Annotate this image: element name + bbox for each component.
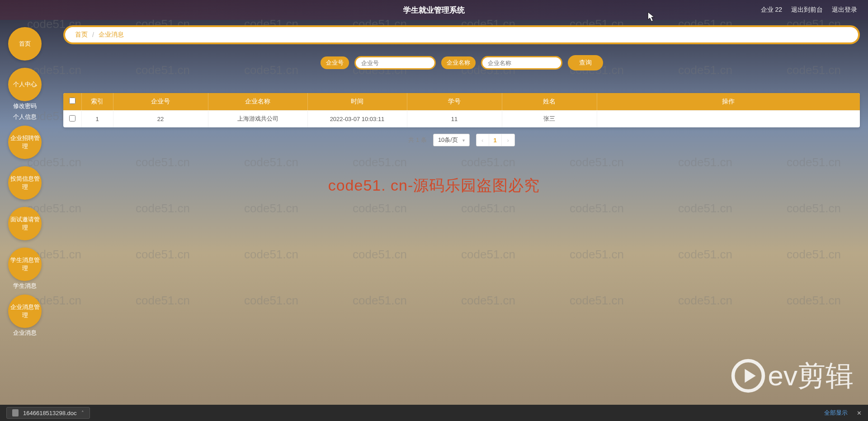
breadcrumb: 首页 / 企业消息 xyxy=(63,25,860,44)
wm: code51.cn xyxy=(787,294,841,308)
brand-logo: ev剪辑 xyxy=(731,357,854,395)
cell-time: 2022-03-07 10:03:11 xyxy=(307,110,407,127)
logout-link[interactable]: 退出登录 xyxy=(832,6,857,14)
select-all-checkbox[interactable] xyxy=(69,98,75,104)
wm: code51.cn xyxy=(136,201,190,215)
sidebar-item-company-msg-mgmt[interactable]: 企业消息管理 xyxy=(8,295,42,328)
pagination-summary: 共 1 条 xyxy=(408,136,426,144)
search-row: 企业号 企业名称 查询 xyxy=(63,55,860,70)
exit-to-front-link[interactable]: 退出到前台 xyxy=(791,6,823,14)
breadcrumb-separator: / xyxy=(92,31,94,38)
svg-point-0 xyxy=(733,361,763,391)
col-action: 操作 xyxy=(597,93,860,110)
sidebar-subitem-personal-info[interactable]: 个人信息 xyxy=(8,113,42,121)
sidebar-label: 面试邀请管理 xyxy=(8,215,42,232)
wm: code51.cn xyxy=(461,201,515,215)
sidebar-item-recruit[interactable]: 企业招聘管理 xyxy=(8,126,42,159)
wm: code51.cn xyxy=(461,248,515,262)
page-size-select[interactable]: 10条/页 ▾ xyxy=(433,134,470,146)
sidebar-label: 首页 xyxy=(19,40,31,48)
search-button[interactable]: 查询 xyxy=(568,55,603,70)
wm: code51.cn xyxy=(353,201,407,215)
sidebar-subitem-student-msg[interactable]: 学生消息 xyxy=(8,282,42,290)
download-filename: 1646618513298.doc xyxy=(23,410,77,416)
sidebar-subitem-change-password[interactable]: 修改密码 xyxy=(8,102,42,110)
wm: code51.cn xyxy=(678,155,732,169)
taskbar: 1646618513298.doc ˄ 全部显示 ✕ xyxy=(0,405,868,421)
cell-student-name: 张三 xyxy=(502,110,597,127)
wm: code51.cn xyxy=(678,294,732,308)
search-label-company-name: 企业名称 xyxy=(441,56,476,69)
sidebar-label: 企业招聘管理 xyxy=(8,134,42,150)
sidebar-item-resume[interactable]: 投简信息管理 xyxy=(8,166,42,200)
data-table: 索引 企业号 企业名称 时间 学号 姓名 操作 1 22 上海游戏共公司 202… xyxy=(63,93,860,127)
svg-marker-1 xyxy=(745,369,755,383)
col-student-id: 学号 xyxy=(407,93,502,110)
download-chip[interactable]: 1646618513298.doc ˄ xyxy=(6,407,90,419)
play-icon xyxy=(731,359,765,393)
chevron-up-icon: ˄ xyxy=(81,410,84,416)
table-row[interactable]: 1 22 上海游戏共公司 2022-03-07 10:03:11 11 张三 xyxy=(63,110,860,127)
wm: code51.cn xyxy=(787,155,841,169)
sidebar-label: 企业消息管理 xyxy=(8,303,42,319)
search-label-company-id: 企业号 xyxy=(321,56,349,69)
sidebar: 首页 个人中心 ⌄ 修改密码 个人信息 企业招聘管理 投简信息管理 面试邀请管理… xyxy=(8,27,49,341)
wm: code51.cn xyxy=(244,201,298,215)
app-title: 学生就业管理系统 xyxy=(403,5,465,15)
pager-page-1[interactable]: 1 xyxy=(489,134,502,146)
current-user[interactable]: 企业 22 xyxy=(761,6,782,14)
col-company-name: 企业名称 xyxy=(208,93,307,110)
col-checkbox xyxy=(63,93,81,110)
wm: code51.cn xyxy=(678,248,732,262)
wm: code51.cn xyxy=(244,155,298,169)
wm: code51.cn xyxy=(461,155,515,169)
wm: code51.cn xyxy=(353,248,407,262)
wm: code51.cn xyxy=(461,294,515,308)
sidebar-item-student-msg-mgmt[interactable]: 学生消息管理 xyxy=(8,248,42,281)
wm: code51.cn xyxy=(136,155,190,169)
cell-company-name: 上海游戏共公司 xyxy=(208,110,307,127)
sidebar-subitem-company-msg[interactable]: 企业消息 xyxy=(8,329,42,337)
sidebar-label: 投简信息管理 xyxy=(8,175,42,191)
wm: code51.cn xyxy=(244,294,298,308)
sidebar-label: 学生消息管理 xyxy=(8,256,42,272)
col-student-name: 姓名 xyxy=(502,93,597,110)
show-all-link[interactable]: 全部显示 xyxy=(824,409,848,417)
wm: code51.cn xyxy=(570,294,624,308)
wm: code51.cn xyxy=(353,155,407,169)
wm: code51.cn xyxy=(570,201,624,215)
col-time: 时间 xyxy=(307,93,407,110)
wm: code51.cn xyxy=(570,248,624,262)
wm: code51.cn xyxy=(136,294,190,308)
file-icon xyxy=(12,409,19,416)
pagination: 共 1 条 10条/页 ▾ ‹ 1 › xyxy=(63,134,860,146)
breadcrumb-home[interactable]: 首页 xyxy=(75,31,88,39)
breadcrumb-current: 企业消息 xyxy=(99,31,124,39)
wm: code51.cn xyxy=(244,248,298,262)
search-input-company-name[interactable] xyxy=(481,56,562,70)
sidebar-item-interview[interactable]: 面试邀请管理 xyxy=(8,207,42,240)
cell-company-id: 22 xyxy=(113,110,208,127)
wm: code51.cn xyxy=(570,155,624,169)
chevron-down-icon: ▾ xyxy=(462,138,465,143)
chevron-down-icon: ⌄ xyxy=(34,82,38,88)
wm: code51.cn xyxy=(678,201,732,215)
cell-action xyxy=(597,110,860,127)
brand-text: ev剪辑 xyxy=(768,357,854,395)
sidebar-label: 个人中心 xyxy=(13,80,37,89)
cell-index: 1 xyxy=(81,110,113,127)
wm: code51.cn xyxy=(353,294,407,308)
center-watermark: code51. cn-源码乐园盗图必究 xyxy=(328,175,540,196)
search-input-company-id[interactable] xyxy=(354,56,436,70)
wm: code51.cn xyxy=(136,248,190,262)
wm: code51.cn xyxy=(787,201,841,215)
page-size-value: 10条/页 xyxy=(438,136,458,143)
cell-student-id: 11 xyxy=(407,110,502,127)
close-icon[interactable]: ✕ xyxy=(857,410,862,416)
pager-next[interactable]: › xyxy=(502,134,514,146)
row-checkbox[interactable] xyxy=(69,115,75,122)
pager-prev[interactable]: ‹ xyxy=(476,134,489,146)
sidebar-item-personal[interactable]: 个人中心 ⌄ xyxy=(8,68,42,101)
main-content: 首页 / 企业消息 企业号 企业名称 查询 索引 企业号 企业名称 时间 学号 … xyxy=(63,25,860,146)
sidebar-item-home[interactable]: 首页 xyxy=(8,27,42,61)
